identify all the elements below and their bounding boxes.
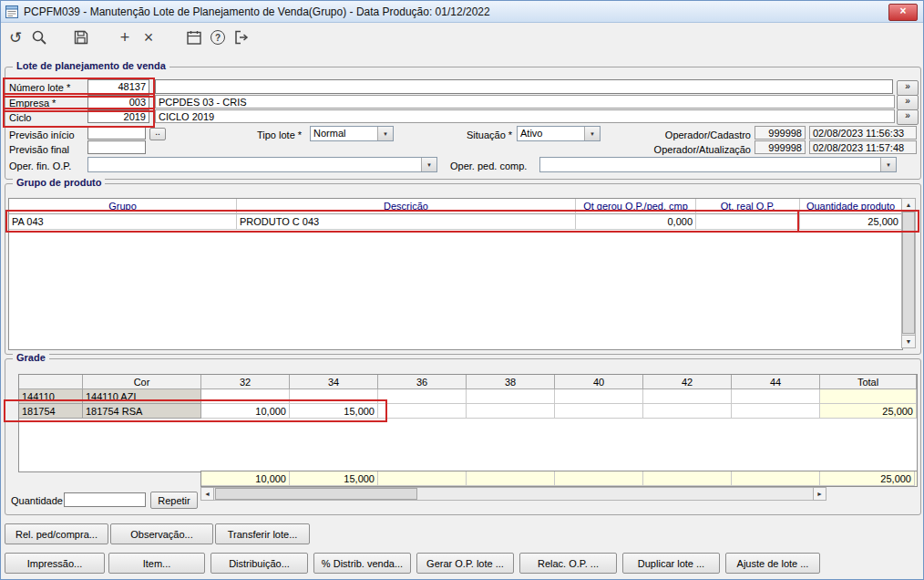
cell-size-38[interactable]	[467, 389, 555, 404]
relac-op-button[interactable]: Relac. O.P. ...	[519, 553, 617, 574]
arrow-down-icon: ▼	[906, 338, 912, 345]
calendar-icon	[185, 28, 203, 47]
total-size-36	[378, 471, 467, 486]
title-bar[interactable]: PCPFM039 - Manutenção Lote de Planejamen…	[1, 1, 923, 23]
hscroll-thumb[interactable]	[215, 488, 417, 500]
observacao-button[interactable]: Observação...	[110, 523, 213, 544]
scroll-down-button[interactable]: ▼	[901, 335, 916, 348]
table-row[interactable]: PA 043 PRODUTO C 043 0,000 25,000	[9, 214, 902, 230]
numero-lote-input[interactable]	[87, 79, 149, 94]
repetir-button[interactable]: Repetir	[150, 492, 198, 509]
chevron-down-icon: ▼	[880, 158, 896, 171]
previsao-inicio-label: Previsão início	[9, 129, 75, 141]
lote-descricao-input[interactable]	[155, 79, 893, 94]
cell-size-40[interactable]	[555, 404, 643, 419]
situacao-select[interactable]: Ativo ▼	[517, 126, 601, 141]
expand-ciclo-button[interactable]: »	[897, 109, 919, 125]
lookup-button[interactable]: ..	[149, 128, 166, 140]
operador-atualizacao-datahora: 02/08/2023 11:57:48	[809, 140, 917, 154]
cell-size-42[interactable]	[643, 389, 732, 404]
rel-ped-compra-button[interactable]: Rel. ped/compra...	[5, 523, 108, 544]
distribuicao-button[interactable]: Distribuição...	[210, 553, 308, 574]
ciclo-input[interactable]	[87, 109, 149, 123]
distrib-venda-button[interactable]: % Distrib. venda...	[313, 553, 411, 574]
operador-cadastro-label: Operador/Cadastro	[643, 129, 751, 141]
cell-size-44[interactable]	[732, 404, 820, 419]
add-button[interactable]: +	[114, 26, 136, 48]
calendar-button[interactable]	[183, 26, 205, 48]
cell-size-36[interactable]	[378, 389, 467, 404]
operador-atualizacao-label: Operador/Atualização	[643, 143, 751, 156]
transferir-lote-button[interactable]: Transferir lote...	[215, 523, 310, 544]
column-header-32: 32	[201, 375, 290, 389]
cell-size-42[interactable]	[643, 404, 732, 419]
empresa-input[interactable]	[87, 95, 149, 109]
column-header-grupo: Grupo	[9, 199, 237, 214]
cell-descricao: PRODUTO C 043	[237, 214, 576, 230]
ajuste-de-lote-button[interactable]: Ajuste de lote ...	[725, 553, 820, 574]
total-size-34: 15,000	[290, 471, 378, 486]
grupo-produto-table: Grupo Descrição Qt gerou O.P./ped. cmp Q…	[8, 198, 903, 350]
previsao-final-input[interactable]	[87, 140, 146, 154]
duplicar-lote-button[interactable]: Duplicar lote ...	[622, 553, 720, 574]
close-icon: ×	[899, 5, 906, 17]
vscroll-thumb[interactable]	[902, 212, 915, 334]
cell-grupo: PA 043	[9, 214, 237, 230]
exit-button[interactable]	[231, 26, 252, 48]
column-header-codigo	[19, 375, 83, 389]
expand-empresa-button[interactable]: »	[897, 95, 919, 110]
previsao-final-label: Previsão final	[9, 143, 69, 156]
chevron-down-icon: ▼	[421, 158, 436, 171]
grade-empty-area	[19, 419, 917, 471]
cell-codigo: 144110	[19, 389, 83, 404]
column-header-36: 36	[378, 375, 467, 389]
cell-size-38[interactable]	[467, 404, 555, 419]
oper-ped-comp-select[interactable]: ▼	[539, 157, 897, 172]
total-size-38	[467, 471, 555, 486]
total-size-42	[643, 471, 732, 486]
save-icon	[72, 28, 90, 47]
close-button[interactable]: ×	[888, 4, 918, 21]
scroll-right-button[interactable]: ►	[813, 487, 826, 501]
refresh-button[interactable]: ↺	[5, 26, 26, 48]
cell-size-34[interactable]: 15,000	[290, 404, 378, 419]
scroll-up-button[interactable]: ▲	[901, 198, 916, 212]
expand-lote-button[interactable]: »	[897, 80, 919, 96]
cell-size-32[interactable]: 10,000	[201, 404, 290, 419]
gerar-op-lote-button[interactable]: Gerar O.P. lote ...	[416, 553, 514, 574]
arrow-left-icon: ◄	[204, 491, 210, 497]
double-chevron-icon: »	[905, 110, 910, 120]
scroll-left-button[interactable]: ◄	[200, 487, 214, 501]
column-header-34: 34	[290, 375, 378, 389]
double-chevron-icon: »	[905, 96, 910, 106]
cell-size-40[interactable]	[555, 389, 643, 404]
save-button[interactable]	[70, 26, 92, 48]
app-icon	[5, 5, 19, 19]
impressao-button[interactable]: Impressão...	[5, 553, 105, 574]
item-button[interactable]: Item...	[108, 553, 205, 574]
window-title: PCPFM039 - Manutenção Lote de Planejamen…	[24, 5, 490, 18]
refresh-icon: ↺	[9, 30, 22, 46]
quantidade-input[interactable]	[64, 492, 146, 507]
delete-button[interactable]: ×	[138, 26, 159, 48]
cell-cor: 181754 RSA	[83, 404, 201, 419]
help-button[interactable]: ?	[207, 26, 229, 48]
grade-row[interactable]: 181754 181754 RSA 10,000 15,000 25,000	[19, 404, 917, 419]
dots-icon: ..	[155, 127, 160, 137]
search-button[interactable]	[28, 26, 50, 48]
cell-qt-gerou: 0,000	[576, 214, 696, 230]
cell-size-36[interactable]	[378, 404, 467, 419]
cell-size-32[interactable]	[201, 389, 290, 404]
grade-row[interactable]: 144110 144110 AZL	[19, 389, 917, 404]
column-header-38: 38	[467, 375, 555, 389]
column-header-44: 44	[732, 375, 820, 389]
total-size-44	[732, 471, 820, 486]
cell-size-34[interactable]	[290, 389, 378, 404]
cell-cor: 144110 AZL	[83, 389, 201, 404]
oper-fin-op-select[interactable]: ▼	[87, 157, 437, 172]
previsao-inicio-input[interactable]	[87, 126, 146, 140]
cell-quantidade: 25,000	[800, 214, 902, 230]
column-header-qt-real: Qt. real O.P.	[696, 199, 800, 214]
cell-size-44[interactable]	[732, 389, 820, 404]
tipo-lote-select[interactable]: Normal ▼	[310, 126, 394, 141]
